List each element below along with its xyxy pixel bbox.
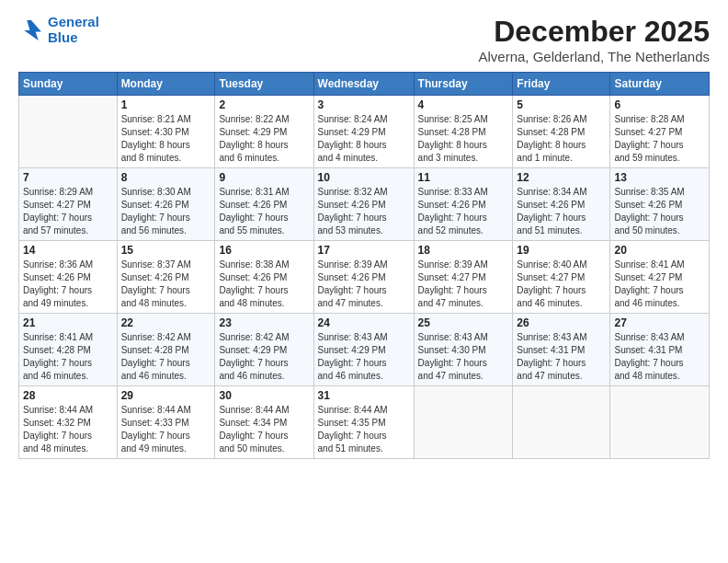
- day-number: 16: [219, 244, 309, 257]
- day-number: 6: [614, 98, 705, 111]
- logo-blue: Blue: [48, 29, 78, 45]
- day-info: Sunrise: 8:33 AMSunset: 4:26 PMDaylight:…: [418, 186, 509, 237]
- calendar-cell: 9Sunrise: 8:31 AMSunset: 4:26 PMDaylight…: [215, 168, 313, 241]
- calendar-week-4: 21Sunrise: 8:41 AMSunset: 4:28 PMDayligh…: [19, 314, 710, 386]
- day-number: 28: [23, 389, 113, 402]
- day-info: Sunrise: 8:22 AMSunset: 4:29 PMDaylight:…: [219, 113, 309, 165]
- day-number: 9: [219, 171, 309, 184]
- svg-marker-0: [24, 20, 41, 40]
- day-number: 22: [121, 316, 211, 329]
- day-number: 26: [517, 316, 606, 329]
- calendar-cell: 2Sunrise: 8:22 AMSunset: 4:29 PMDaylight…: [215, 96, 313, 168]
- day-info: Sunrise: 8:26 AMSunset: 4:28 PMDaylight:…: [517, 113, 606, 165]
- calendar-cell: 4Sunrise: 8:25 AMSunset: 4:28 PMDaylight…: [414, 96, 513, 168]
- day-number: 29: [121, 389, 211, 402]
- month-title: December 2025: [478, 15, 710, 49]
- day-info: Sunrise: 8:44 AMSunset: 4:33 PMDaylight:…: [121, 404, 211, 455]
- day-info: Sunrise: 8:43 AMSunset: 4:31 PMDaylight:…: [517, 331, 606, 383]
- calendar-cell: 11Sunrise: 8:33 AMSunset: 4:26 PMDayligh…: [414, 168, 513, 241]
- day-info: Sunrise: 8:36 AMSunset: 4:26 PMDaylight:…: [23, 259, 113, 310]
- day-info: Sunrise: 8:44 AMSunset: 4:34 PMDaylight:…: [219, 404, 309, 455]
- day-info: Sunrise: 8:31 AMSunset: 4:26 PMDaylight:…: [219, 186, 309, 237]
- calendar-cell: 1Sunrise: 8:21 AMSunset: 4:30 PMDaylight…: [117, 96, 215, 168]
- calendar-cell: 8Sunrise: 8:30 AMSunset: 4:26 PMDaylight…: [117, 168, 215, 241]
- calendar-cell: 19Sunrise: 8:40 AMSunset: 4:27 PMDayligh…: [513, 241, 610, 314]
- calendar-cell: 30Sunrise: 8:44 AMSunset: 4:34 PMDayligh…: [215, 386, 313, 459]
- header-sunday: Sunday: [19, 73, 118, 96]
- calendar-cell: 15Sunrise: 8:37 AMSunset: 4:26 PMDayligh…: [117, 241, 215, 314]
- day-number: 14: [23, 244, 113, 257]
- day-number: 15: [121, 244, 211, 257]
- calendar-cell: 23Sunrise: 8:42 AMSunset: 4:29 PMDayligh…: [215, 314, 313, 386]
- calendar-cell: [513, 386, 610, 459]
- day-info: Sunrise: 8:25 AMSunset: 4:28 PMDaylight:…: [418, 113, 509, 165]
- title-block: December 2025 Alverna, Gelderland, The N…: [478, 15, 710, 64]
- logo-general: General: [48, 14, 99, 29]
- day-number: 2: [219, 98, 309, 111]
- day-info: Sunrise: 8:34 AMSunset: 4:26 PMDaylight:…: [517, 186, 606, 237]
- calendar-cell: 14Sunrise: 8:36 AMSunset: 4:26 PMDayligh…: [19, 241, 118, 314]
- day-number: 30: [219, 389, 309, 402]
- day-number: 21: [23, 316, 113, 329]
- calendar-cell: 21Sunrise: 8:41 AMSunset: 4:28 PMDayligh…: [19, 314, 118, 386]
- logo-text: General Blue: [48, 15, 99, 45]
- day-info: Sunrise: 8:41 AMSunset: 4:27 PMDaylight:…: [614, 259, 705, 310]
- day-number: 8: [121, 171, 211, 184]
- day-info: Sunrise: 8:30 AMSunset: 4:26 PMDaylight:…: [121, 186, 211, 237]
- day-info: Sunrise: 8:21 AMSunset: 4:30 PMDaylight:…: [121, 113, 211, 165]
- calendar-table: SundayMondayTuesdayWednesdayThursdayFrid…: [18, 72, 710, 459]
- day-number: 27: [614, 316, 705, 329]
- calendar-cell: 3Sunrise: 8:24 AMSunset: 4:29 PMDaylight…: [313, 96, 414, 168]
- day-info: Sunrise: 8:32 AMSunset: 4:26 PMDaylight:…: [318, 186, 410, 237]
- day-info: Sunrise: 8:38 AMSunset: 4:26 PMDaylight:…: [219, 259, 309, 310]
- header: General Blue December 2025 Alverna, Geld…: [18, 15, 710, 64]
- calendar-cell: 12Sunrise: 8:34 AMSunset: 4:26 PMDayligh…: [513, 168, 610, 241]
- day-info: Sunrise: 8:28 AMSunset: 4:27 PMDaylight:…: [614, 113, 705, 165]
- calendar-cell: 7Sunrise: 8:29 AMSunset: 4:27 PMDaylight…: [19, 168, 118, 241]
- calendar-cell: 26Sunrise: 8:43 AMSunset: 4:31 PMDayligh…: [513, 314, 610, 386]
- day-info: Sunrise: 8:43 AMSunset: 4:29 PMDaylight:…: [318, 331, 410, 383]
- calendar-week-5: 28Sunrise: 8:44 AMSunset: 4:32 PMDayligh…: [19, 386, 710, 459]
- calendar-cell: [414, 386, 513, 459]
- calendar-cell: 18Sunrise: 8:39 AMSunset: 4:27 PMDayligh…: [414, 241, 513, 314]
- day-number: 19: [517, 244, 606, 257]
- header-wednesday: Wednesday: [313, 73, 414, 96]
- day-number: 12: [517, 171, 606, 184]
- day-number: 13: [614, 171, 705, 184]
- calendar-cell: [19, 96, 118, 168]
- day-number: 11: [418, 171, 509, 184]
- header-tuesday: Tuesday: [215, 73, 313, 96]
- calendar-cell: 31Sunrise: 8:44 AMSunset: 4:35 PMDayligh…: [313, 386, 414, 459]
- logo-icon: [18, 17, 44, 43]
- calendar-cell: 13Sunrise: 8:35 AMSunset: 4:26 PMDayligh…: [610, 168, 710, 241]
- day-info: Sunrise: 8:42 AMSunset: 4:29 PMDaylight:…: [219, 331, 309, 383]
- day-info: Sunrise: 8:40 AMSunset: 4:27 PMDaylight:…: [517, 259, 606, 310]
- header-saturday: Saturday: [610, 73, 710, 96]
- calendar-cell: 24Sunrise: 8:43 AMSunset: 4:29 PMDayligh…: [313, 314, 414, 386]
- calendar-cell: 29Sunrise: 8:44 AMSunset: 4:33 PMDayligh…: [117, 386, 215, 459]
- day-number: 18: [418, 244, 509, 257]
- day-info: Sunrise: 8:39 AMSunset: 4:27 PMDaylight:…: [418, 259, 509, 310]
- day-number: 3: [318, 98, 410, 111]
- calendar-header-row: SundayMondayTuesdayWednesdayThursdayFrid…: [19, 73, 710, 96]
- day-info: Sunrise: 8:42 AMSunset: 4:28 PMDaylight:…: [121, 331, 211, 383]
- calendar-cell: 20Sunrise: 8:41 AMSunset: 4:27 PMDayligh…: [610, 241, 710, 314]
- day-info: Sunrise: 8:43 AMSunset: 4:31 PMDaylight:…: [614, 331, 705, 383]
- day-number: 23: [219, 316, 309, 329]
- day-info: Sunrise: 8:44 AMSunset: 4:35 PMDaylight:…: [318, 404, 410, 455]
- day-number: 1: [121, 98, 211, 111]
- day-number: 31: [318, 389, 410, 402]
- calendar-cell: 6Sunrise: 8:28 AMSunset: 4:27 PMDaylight…: [610, 96, 710, 168]
- day-number: 10: [318, 171, 410, 184]
- day-number: 25: [418, 316, 509, 329]
- location-subtitle: Alverna, Gelderland, The Netherlands: [478, 49, 710, 64]
- calendar-week-3: 14Sunrise: 8:36 AMSunset: 4:26 PMDayligh…: [19, 241, 710, 314]
- day-number: 17: [318, 244, 410, 257]
- header-friday: Friday: [513, 73, 610, 96]
- day-info: Sunrise: 8:41 AMSunset: 4:28 PMDaylight:…: [23, 331, 113, 383]
- day-info: Sunrise: 8:44 AMSunset: 4:32 PMDaylight:…: [23, 404, 113, 455]
- day-info: Sunrise: 8:39 AMSunset: 4:26 PMDaylight:…: [318, 259, 410, 310]
- calendar-cell: 17Sunrise: 8:39 AMSunset: 4:26 PMDayligh…: [313, 241, 414, 314]
- calendar-cell: 28Sunrise: 8:44 AMSunset: 4:32 PMDayligh…: [19, 386, 118, 459]
- calendar-cell: 16Sunrise: 8:38 AMSunset: 4:26 PMDayligh…: [215, 241, 313, 314]
